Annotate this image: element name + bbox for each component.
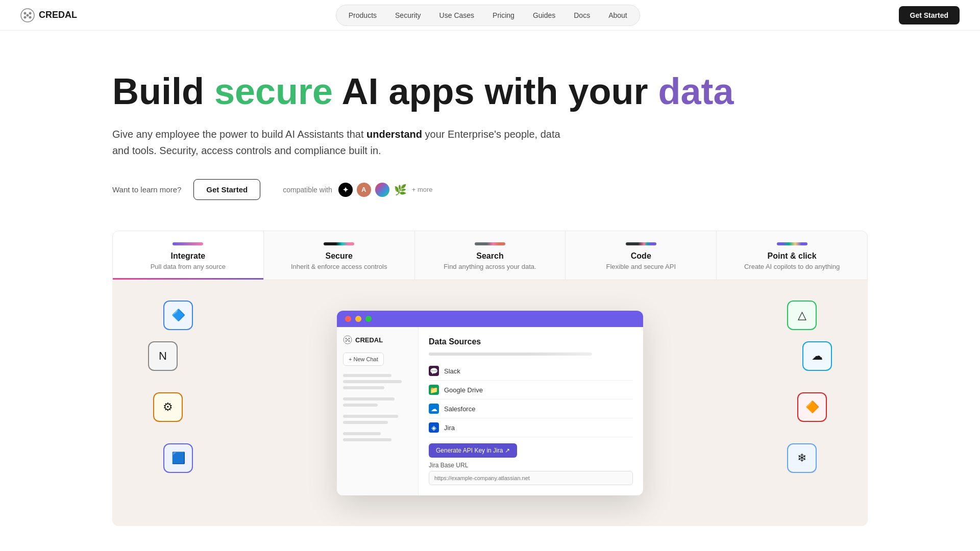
integration-logo-3: 🟦 [163, 443, 193, 473]
hero-actions: Want to learn more? Get Started compatib… [112, 179, 868, 200]
jira-url-label: Jira Base URL [429, 462, 633, 469]
sidebar-line-8 [343, 432, 381, 435]
tab-sub-secure: Inherit & enforce access controls [274, 263, 404, 270]
sidebar-line-2 [343, 380, 402, 383]
compatible-label: compatible with [283, 186, 332, 194]
logo[interactable]: CREDAL [20, 8, 77, 22]
tab-icon-bar-secure [324, 242, 354, 245]
browser-main: Data Sources 💬 Slack 📁 Google Drive ☁ Sa… [419, 327, 643, 495]
tab-sub-code: Flexible and secure API [576, 263, 706, 270]
hero-cta-button[interactable]: Get Started [193, 179, 260, 200]
browser-content: CREDAL + New Chat Data Sources 💬 Slack 📁 [337, 327, 643, 495]
browser-sidebar: CREDAL + New Chat [337, 327, 419, 495]
data-sources-title: Data Sources [429, 337, 633, 346]
tab-icon-bar-integrate [173, 242, 203, 245]
hero-title-prefix: Build [112, 71, 214, 112]
datasources-list: 💬 Slack 📁 Google Drive ☁ Salesforce ◈ Ji… [429, 362, 633, 437]
navbar: CREDAL ProductsSecurityUse CasesPricingG… [0, 0, 980, 31]
compatible-section: compatible with ✦ A 🌿 + more [283, 183, 432, 197]
sidebar-line-5 [343, 404, 378, 407]
sidebar-line-3 [343, 386, 384, 389]
browser-logo: CREDAL [343, 335, 412, 344]
datasource-salesforce: ☁ Salesforce [429, 399, 633, 418]
notion-icon [375, 183, 389, 197]
tab-sub-point: Create AI copilots to do anything [727, 263, 857, 270]
svg-point-8 [349, 338, 350, 339]
hero-learn-label: Want to learn more? [112, 185, 181, 194]
svg-point-3 [24, 16, 27, 18]
browser-logo-icon [343, 335, 352, 344]
browser-window: CREDAL + New Chat Data Sources 💬 Slack 📁 [337, 311, 643, 495]
tabs-bar: Integrate Pull data from any source Secu… [112, 231, 868, 280]
svg-point-5 [27, 14, 29, 16]
tab-label-integrate: Integrate [123, 252, 253, 261]
browser-logo-text: CREDAL [355, 336, 383, 344]
tab-search[interactable]: Search Find anything across your data. [415, 231, 566, 280]
svg-point-1 [24, 12, 27, 14]
svg-point-4 [29, 16, 32, 18]
tab-point[interactable]: Point & click Create AI copilots to do a… [717, 231, 867, 280]
ds-icon-jira: ◈ [429, 422, 439, 433]
ds-icon-google drive: 📁 [429, 385, 439, 395]
logo-text: CREDAL [39, 10, 77, 20]
ds-icon-salesforce: ☁ [429, 404, 439, 414]
hero-title-middle: AI apps with your [333, 71, 658, 112]
nav-item-use-cases[interactable]: Use Cases [431, 8, 482, 22]
nav-item-docs[interactable]: Docs [566, 8, 598, 22]
jira-url-input[interactable] [429, 471, 633, 485]
tab-integrate[interactable]: Integrate Pull data from any source [113, 231, 264, 280]
svg-point-7 [346, 338, 347, 339]
nav-cta-button[interactable]: Get Started [899, 6, 960, 24]
api-key-button[interactable]: Generate API Key in Jira ↗ [429, 443, 517, 458]
svg-point-10 [349, 340, 350, 342]
ds-name-google drive: Google Drive [444, 386, 483, 394]
nav-item-guides[interactable]: Guides [525, 8, 564, 22]
svg-point-11 [347, 339, 349, 341]
svg-point-9 [346, 340, 347, 342]
integration-logo-2: ⚙ [153, 392, 183, 422]
hero-title-green: secure [214, 71, 333, 112]
anthropic-icon: A [357, 183, 371, 197]
tab-icon-bar-code [626, 242, 656, 245]
compat-icons: ✦ A 🌿 + more [338, 183, 433, 197]
tab-label-code: Code [576, 252, 706, 261]
nav-item-about[interactable]: About [600, 8, 635, 22]
tab-label-point: Point & click [727, 252, 857, 261]
datasource-jira: ◈ Jira [429, 418, 633, 437]
datasource-google-drive: 📁 Google Drive [429, 381, 633, 399]
trusted-section: Trusted by large enterprises and scaling… [0, 526, 980, 551]
nav-item-products[interactable]: Products [340, 8, 385, 22]
demo-area: 🔷N⚙🟦△☁🔶❄ CREDAL [112, 280, 868, 526]
tab-label-secure: Secure [274, 252, 404, 261]
tab-sub-integrate: Pull data from any source [123, 263, 253, 270]
new-chat-button[interactable]: + New Chat [343, 353, 384, 366]
tab-icon-bar-search [475, 242, 505, 245]
browser-bar [337, 311, 643, 327]
hero-subtitle-normal: Give any employee the power to build AI … [112, 129, 366, 140]
integration-logo-7: ❄ [787, 443, 817, 473]
datasource-slack: 💬 Slack [429, 362, 633, 381]
hero-section: Build secure AI apps with your data Give… [0, 31, 980, 231]
nav-menu: ProductsSecurityUse CasesPricingGuidesDo… [336, 5, 640, 26]
nav-item-pricing[interactable]: Pricing [484, 8, 523, 22]
tab-secure[interactable]: Secure Inherit & enforce access controls [264, 231, 415, 280]
browser-dot-red [345, 316, 351, 322]
ds-name-slack: Slack [444, 367, 460, 375]
sidebar-line-1 [343, 374, 391, 377]
loading-bar [429, 353, 592, 356]
browser-dot-green [365, 316, 372, 322]
nav-item-security[interactable]: Security [387, 8, 429, 22]
hero-subtitle-bold: understand [366, 129, 422, 140]
api-btn-label: Generate API Key in Jira ↗ [436, 447, 510, 454]
hero-title-purple: data [658, 71, 734, 112]
tab-sub-search: Find anything across your data. [425, 263, 555, 270]
integration-logo-0: 🔷 [163, 300, 193, 330]
integration-logo-1: N [148, 341, 178, 371]
ds-name-jira: Jira [444, 424, 455, 432]
sidebar-line-6 [343, 415, 398, 418]
tab-code[interactable]: Code Flexible and secure API [566, 231, 717, 280]
hero-title: Build secure AI apps with your data [112, 71, 868, 112]
leaf-icon: 🌿 [394, 183, 408, 197]
tab-label-search: Search [425, 252, 555, 261]
sidebar-line-4 [343, 397, 395, 400]
